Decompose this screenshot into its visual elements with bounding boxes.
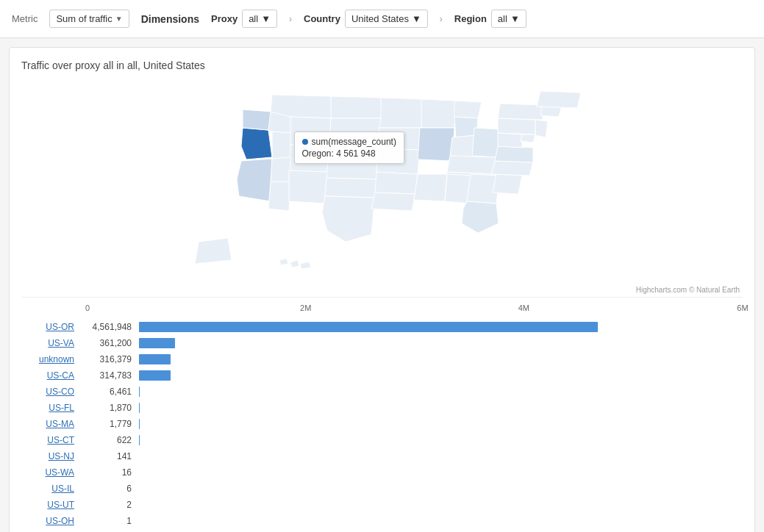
svg-marker-39 (498, 104, 543, 120)
map-container: sum(message_count) Oregon: 4 561 948 (21, 80, 743, 286)
axis-label-6M: 6M (737, 303, 748, 312)
bar-track (139, 451, 743, 461)
bar-track (139, 403, 743, 413)
svg-marker-20 (375, 172, 418, 194)
table-row: US-VA361,200 (21, 336, 743, 351)
dimensions-label: Dimensions (141, 13, 199, 25)
svg-marker-16 (322, 196, 375, 242)
region-dropdown[interactable]: all ▼ (491, 10, 526, 28)
svg-marker-27 (472, 128, 500, 157)
table-row: US-CA314,783 (21, 368, 743, 383)
bar-track (139, 322, 743, 332)
axis-label-2M: 2M (300, 303, 311, 312)
country-dropdown[interactable]: United States ▼ (345, 10, 428, 28)
svg-marker-24 (454, 101, 482, 118)
bar-value-us-va: 361,200 (80, 338, 139, 348)
svg-marker-1 (243, 109, 272, 130)
svg-marker-2 (237, 159, 272, 201)
svg-marker-33 (462, 201, 499, 233)
bar-label-us-nj[interactable]: US-NJ (21, 451, 80, 461)
svg-marker-37 (498, 133, 522, 148)
chevron-right-icon-1: › (289, 14, 292, 24)
bar-label-us-wa[interactable]: US-WA (21, 467, 80, 478)
bar-label-us-il[interactable]: US-IL (21, 484, 80, 494)
proxy-dim-item: Proxy all ▼ (211, 10, 277, 28)
country-label: Country (304, 13, 340, 24)
svg-marker-46 (290, 260, 299, 267)
svg-marker-34 (493, 174, 522, 194)
region-value: all (498, 13, 507, 24)
bar-value-us-ct: 622 (80, 435, 139, 445)
svg-marker-41 (535, 120, 548, 137)
bar-value-us-il: 6 (80, 484, 139, 494)
table-row: US-CO6,461 (21, 384, 743, 399)
proxy-dropdown[interactable]: all ▼ (242, 10, 277, 28)
svg-marker-10 (289, 170, 329, 204)
bar-track (139, 484, 743, 494)
svg-marker-13 (328, 139, 379, 161)
bar-fill (139, 322, 598, 332)
bar-track (139, 338, 743, 348)
bar-label-us-ma[interactable]: US-MA (21, 419, 80, 429)
svg-marker-43 (537, 91, 581, 108)
bar-value-us-or: 4,561,948 (80, 322, 139, 332)
chevron-right-icon-2: › (440, 14, 443, 24)
bar-value-us-fl: 1,870 (80, 403, 139, 413)
svg-marker-22 (421, 99, 456, 128)
svg-marker-30 (414, 174, 447, 201)
svg-marker-38 (498, 118, 535, 134)
table-row: US-WA16 (21, 465, 743, 480)
bar-fill (139, 354, 171, 364)
svg-marker-17 (379, 98, 423, 128)
metric-dropdown[interactable]: Sum of traffic ▼ (49, 10, 129, 28)
bar-value-unknown: 316,379 (80, 354, 139, 364)
bar-label-us-oh[interactable]: US-OH (21, 516, 80, 526)
country-dim-item: Country United States ▼ (304, 10, 428, 28)
bar-track (139, 516, 743, 526)
bar-value-us-ut: 2 (80, 500, 139, 510)
metric-dropdown-arrow: ▼ (115, 15, 123, 23)
chart-title: Traffic over proxy all in all, United St… (21, 60, 743, 71)
table-row: unknown316,379 (21, 352, 743, 367)
svg-marker-11 (331, 96, 382, 118)
bar-fill (139, 338, 175, 348)
svg-marker-12 (329, 118, 381, 140)
table-row: US-FL1,870 (21, 400, 743, 415)
metric-label: Metric (12, 13, 38, 24)
svg-marker-18 (378, 128, 421, 150)
svg-marker-35 (491, 161, 533, 176)
svg-marker-21 (371, 193, 415, 211)
table-row: US-OH1 (21, 514, 743, 528)
table-row: US-MA1,779 (21, 417, 743, 431)
bar-value-us-nj: 141 (80, 451, 139, 461)
bar-label-unknown[interactable]: unknown (21, 354, 80, 364)
bar-track (139, 419, 743, 429)
bar-label-us-ct[interactable]: US-CT (21, 435, 80, 445)
svg-marker-44 (195, 238, 232, 264)
svg-marker-0 (241, 128, 272, 159)
bar-track (139, 370, 743, 381)
svg-marker-15 (325, 178, 376, 198)
svg-marker-14 (326, 159, 378, 179)
axis-label-4M: 4M (518, 303, 529, 312)
svg-marker-23 (418, 128, 454, 161)
bar-label-us-va[interactable]: US-VA (21, 338, 80, 348)
bar-label-us-fl[interactable]: US-FL (21, 403, 80, 413)
axis-label-0: 0 (85, 303, 90, 312)
proxy-dropdown-arrow: ▼ (261, 13, 271, 24)
bar-label-us-co[interactable]: US-CO (21, 387, 80, 397)
bar-label-us-or[interactable]: US-OR (21, 322, 80, 332)
bar-fill (139, 387, 140, 397)
main-content: Traffic over proxy all in all, United St… (9, 47, 755, 532)
svg-marker-47 (300, 262, 311, 269)
bar-track (139, 500, 743, 510)
svg-marker-19 (376, 148, 420, 174)
bar-label-us-ut[interactable]: US-UT (21, 500, 80, 510)
country-value: United States (351, 13, 409, 24)
country-dropdown-arrow: ▼ (412, 13, 421, 24)
bar-track (139, 467, 743, 478)
bar-value-us-wa: 16 (80, 467, 139, 478)
table-row: US-OR4,561,948 (21, 320, 743, 334)
bar-label-us-ca[interactable]: US-CA (21, 370, 80, 381)
table-row: US-NJ141 (21, 449, 743, 464)
